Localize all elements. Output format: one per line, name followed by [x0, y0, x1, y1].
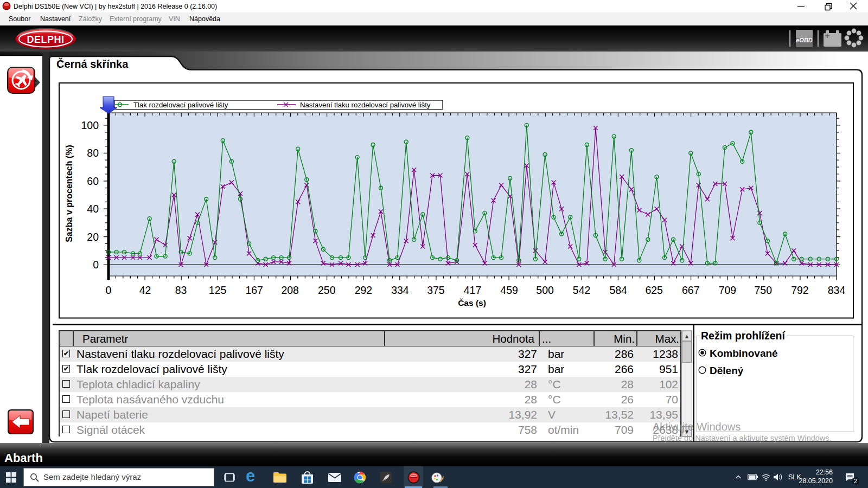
svg-text:750: 750 — [755, 284, 773, 296]
svg-text:459: 459 — [500, 284, 518, 296]
svg-text:80: 80 — [87, 147, 99, 159]
svg-text:250: 250 — [318, 284, 336, 296]
svg-text:792: 792 — [791, 284, 809, 296]
svg-text:834: 834 — [828, 284, 846, 296]
svg-text:417: 417 — [464, 284, 482, 296]
svg-text:60: 60 — [87, 175, 99, 187]
svg-text:0: 0 — [106, 284, 112, 296]
svg-text:167: 167 — [245, 284, 263, 296]
svg-text:292: 292 — [355, 284, 373, 296]
svg-text:40: 40 — [87, 203, 99, 215]
svg-text:625: 625 — [645, 284, 663, 296]
svg-text:208: 208 — [281, 284, 299, 296]
svg-text:100: 100 — [81, 119, 99, 131]
svg-text:542: 542 — [573, 284, 591, 296]
svg-text:709: 709 — [719, 284, 737, 296]
svg-text:667: 667 — [682, 284, 700, 296]
svg-text:Sazba v procentech (%): Sazba v procentech (%) — [65, 145, 74, 242]
svg-text:Čas (s): Čas (s) — [458, 298, 486, 307]
svg-text:20: 20 — [87, 231, 99, 243]
svg-text:DELPHI: DELPHI — [27, 34, 64, 45]
svg-text:584: 584 — [609, 284, 627, 296]
svg-text:83: 83 — [175, 284, 187, 296]
svg-text:Tlak rozdelovací palivové lišt: Tlak rozdelovací palivové lišty — [133, 101, 228, 109]
svg-text:125: 125 — [209, 284, 227, 296]
svg-text:Nastavení tlaku rozdelovací pa: Nastavení tlaku rozdelovací palivové liš… — [300, 101, 431, 109]
svg-text:eOBD: eOBD — [796, 37, 813, 43]
svg-text:0: 0 — [93, 259, 99, 271]
svg-text:334: 334 — [391, 284, 409, 296]
svg-text:500: 500 — [536, 284, 554, 296]
svg-text:375: 375 — [427, 284, 445, 296]
svg-text:42: 42 — [139, 284, 151, 296]
